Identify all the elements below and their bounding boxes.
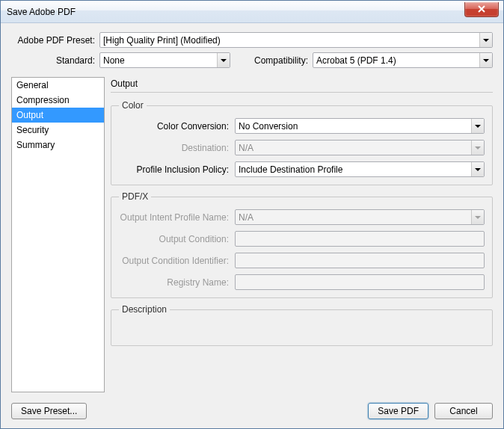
description-legend: Description: [119, 304, 170, 315]
color-conversion-label: Color Conversion:: [119, 121, 235, 132]
policy-label: Profile Inclusion Policy:: [119, 164, 235, 175]
standard-compat-row: Standard: Compatibility:: [11, 52, 493, 68]
chevron-down-icon[interactable]: [471, 119, 484, 133]
sidebar-item-output[interactable]: Output: [12, 108, 104, 123]
dialog-body: Adobe PDF Preset: Standard: Compatibilit…: [1, 23, 503, 428]
cancel-button[interactable]: Cancel: [434, 403, 493, 419]
preset-combo[interactable]: [99, 32, 493, 48]
registry-name-input: [235, 274, 485, 290]
chevron-down-icon: [471, 141, 484, 155]
close-button[interactable]: [464, 2, 499, 17]
category-sidebar: General Compression Output Security Summ…: [11, 77, 105, 392]
preset-input[interactable]: [99, 32, 493, 48]
compat-input[interactable]: [313, 52, 493, 68]
window-title: Save Adobe PDF: [7, 7, 76, 17]
chevron-down-icon: [471, 210, 484, 224]
registry-name-label: Registry Name:: [119, 277, 235, 288]
compat-label: Compatibility:: [248, 55, 308, 66]
description-group: Description: [111, 304, 493, 346]
preset-label: Adobe PDF Preset:: [11, 35, 95, 46]
output-condition-label: Output Condition:: [119, 234, 235, 244]
chevron-down-icon[interactable]: [479, 53, 492, 67]
footer: Save Preset... Save PDF Cancel: [11, 397, 493, 419]
color-legend: Color: [119, 100, 147, 111]
chevron-down-icon[interactable]: [479, 33, 492, 47]
intent-input: [235, 209, 485, 225]
sidebar-item-general[interactable]: General: [12, 78, 104, 93]
output-condition-id-input: [235, 253, 485, 268]
save-pdf-button[interactable]: Save PDF: [368, 403, 428, 419]
chevron-down-icon[interactable]: [471, 162, 484, 176]
destination-input: [235, 140, 485, 155]
destination-combo: [235, 140, 485, 155]
close-icon: [477, 5, 486, 13]
compat-combo[interactable]: [313, 52, 493, 68]
main-area: General Compression Output Security Summ…: [11, 77, 493, 392]
color-conversion-input[interactable]: [235, 118, 485, 134]
titlebar: Save Adobe PDF: [1, 1, 503, 23]
intent-label: Output Intent Profile Name:: [119, 212, 235, 223]
pdfx-legend: PDF/X: [119, 191, 151, 202]
standard-input[interactable]: [99, 52, 230, 68]
color-group: Color Color Conversion: Destination:: [111, 100, 493, 185]
color-conversion-combo[interactable]: [235, 118, 485, 134]
intent-combo: [235, 209, 485, 225]
policy-input[interactable]: [235, 161, 485, 177]
standard-combo[interactable]: [99, 52, 230, 68]
preset-row: Adobe PDF Preset:: [11, 32, 493, 48]
sidebar-item-compression[interactable]: Compression: [12, 93, 104, 108]
output-condition-input: [235, 231, 485, 247]
output-panel: Output Color Color Conversion:: [111, 77, 493, 392]
sidebar-item-security[interactable]: Security: [12, 123, 104, 138]
sidebar-item-summary[interactable]: Summary: [12, 138, 104, 152]
panel-title: Output: [111, 77, 493, 93]
policy-combo[interactable]: [235, 161, 485, 177]
pdfx-group: PDF/X Output Intent Profile Name: Output…: [111, 191, 493, 298]
output-condition-id-label: Output Condition Identifier:: [119, 256, 235, 266]
save-pdf-dialog: Save Adobe PDF Adobe PDF Preset: Standar…: [0, 0, 504, 429]
destination-label: Destination:: [119, 143, 235, 153]
chevron-down-icon[interactable]: [217, 53, 230, 67]
save-preset-button[interactable]: Save Preset...: [11, 403, 87, 419]
standard-label: Standard:: [11, 55, 95, 66]
